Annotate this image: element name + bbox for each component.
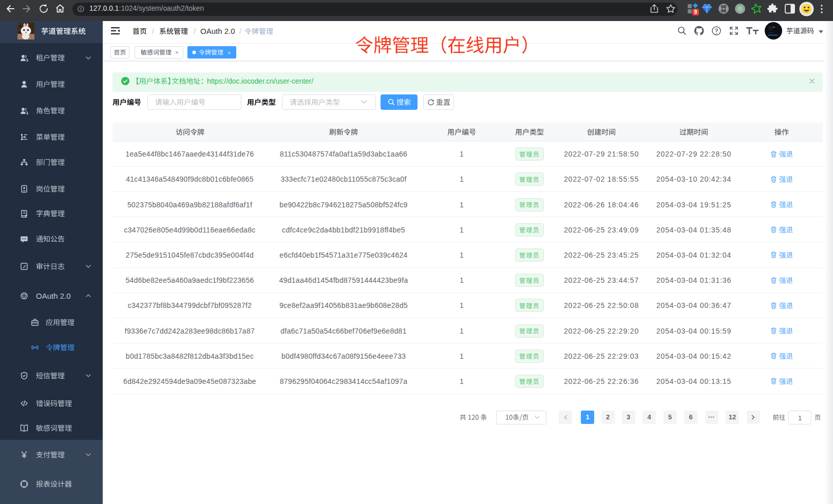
- svg-text:9: 9: [694, 9, 697, 15]
